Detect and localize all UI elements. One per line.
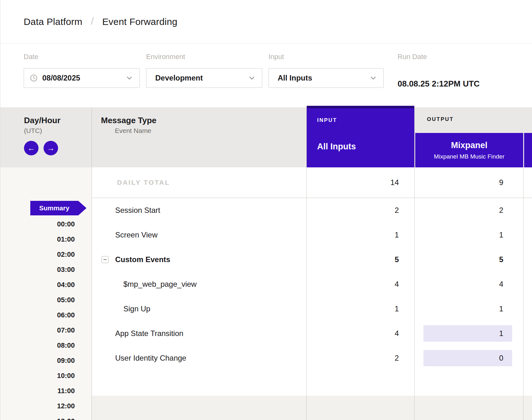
hour-row-label[interactable]: 00:00	[57, 221, 75, 228]
input-filter: Input All Inputs	[269, 53, 384, 107]
empty-area	[415, 396, 523, 420]
output-count: 2	[499, 206, 503, 215]
hour-row-label[interactable]: 11:00	[57, 387, 75, 394]
hour-row-label[interactable]: 03:00	[57, 266, 75, 273]
date-dropdown[interactable]: 08/08/2025	[24, 68, 140, 88]
input-section-label: INPUT	[317, 117, 414, 123]
hour-row-label[interactable]: 10:00	[57, 372, 75, 379]
arrow-right-icon: →	[47, 144, 55, 153]
hour-row-label[interactable]: 01:00	[57, 236, 75, 243]
event-name-subtitle: Event Name	[115, 127, 306, 135]
day-hour-sidebar: Summary 00:00 01:00 02:00 03:00 04:00 05…	[0, 167, 92, 420]
daily-total-row: DAILY TOTAL	[92, 167, 306, 198]
daily-total-output: 9	[499, 178, 503, 187]
filter-bar: Date 08/08/2025 Environment Development	[0, 44, 532, 107]
table-body: Summary 00:00 01:00 02:00 03:00 04:00 05…	[0, 167, 532, 420]
output-count: 1	[499, 329, 503, 338]
output-values-column: 9 2 1 5 4 1 1 0	[414, 167, 523, 420]
next-day-button[interactable]: →	[44, 141, 58, 155]
hour-row-label[interactable]: 08:00	[57, 342, 75, 349]
hour-row-label[interactable]: 04:00	[57, 281, 75, 288]
empty-area	[523, 396, 532, 420]
input-dropdown[interactable]: All Inputs	[269, 68, 384, 88]
next-output-column	[523, 167, 532, 420]
hour-row-label[interactable]: 05:00	[57, 297, 75, 303]
environment-dropdown[interactable]: Development	[146, 68, 262, 88]
table-row: $mp_web_page_view	[92, 272, 306, 297]
table-row: App State Transition	[92, 321, 306, 346]
date-filter: Date 08/08/2025	[24, 53, 140, 107]
row-name: App State Transition	[92, 329, 183, 338]
day-hour-title: Day/Hour	[24, 116, 92, 124]
page-title: Event Forwarding	[102, 16, 177, 27]
summary-tab[interactable]: Summary	[30, 201, 78, 215]
day-hour-timezone: (UTC)	[24, 127, 92, 135]
table-row: Screen View	[92, 223, 306, 247]
environment-value: Development	[155, 74, 203, 82]
output-destination-block: Mixpanel Mixpanel MB Music Finder	[415, 133, 523, 167]
summary-tab-label: Summary	[39, 204, 69, 212]
daily-total-input: 14	[390, 178, 399, 187]
row-name: Screen View	[92, 231, 157, 239]
output-connection-name: Mixpanel MB Music Finder	[415, 153, 523, 160]
daily-total-label: DAILY TOTAL	[92, 179, 170, 186]
hour-row-label[interactable]: 09:00	[57, 357, 75, 364]
previous-day-button[interactable]: ←	[24, 141, 38, 155]
collapse-icon[interactable]	[102, 256, 109, 263]
chevron-down-icon	[369, 74, 377, 82]
input-values-column: 14 2 1 5 4 1 4 2	[306, 167, 414, 420]
chevron-down-icon	[248, 74, 256, 82]
row-name: $mp_web_page_view	[92, 280, 197, 289]
table-row: 0	[415, 346, 523, 370]
output-column-header: OUTPUT Mixpanel Mixpanel MB Music Finder	[414, 107, 532, 167]
empty-area	[92, 396, 306, 420]
output-destination-name: Mixpanel	[415, 141, 523, 150]
hour-row-label[interactable]: 13:00	[57, 418, 75, 420]
run-date-label: Run Date	[398, 53, 480, 60]
output-count: 1	[499, 231, 503, 239]
input-count: 5	[395, 255, 399, 264]
row-name: Custom Events	[115, 255, 170, 264]
next-output-column-partial	[524, 133, 532, 167]
output-count: 5	[499, 255, 503, 264]
hour-row-label[interactable]: 07:00	[57, 327, 75, 334]
message-type-header: Message Type Event Name	[92, 107, 306, 167]
message-type-title: Message Type	[101, 116, 306, 124]
arrow-left-icon: ←	[27, 144, 35, 153]
input-count: 2	[395, 206, 399, 215]
day-hour-header: Day/Hour (UTC) ← →	[0, 107, 92, 167]
hour-row-label[interactable]: 02:00	[57, 251, 75, 258]
table-row: User Identity Change	[92, 346, 306, 370]
environment-filter: Environment Development	[146, 53, 262, 107]
event-forwarding-page: Data Platform / Event Forwarding Date 08…	[0, 0, 532, 420]
input-filter-label: Input	[269, 53, 384, 60]
message-type-column: DAILY TOTAL Session Start Screen View Cu…	[92, 167, 306, 420]
input-column-header: INPUT All Inputs	[306, 107, 414, 167]
empty-area	[307, 396, 414, 420]
input-count: 1	[395, 304, 399, 313]
output-section-label: OUTPUT	[415, 107, 532, 133]
table-row: Sign Up	[92, 297, 306, 321]
row-name: Sign Up	[92, 304, 150, 313]
breadcrumb-separator: /	[91, 15, 94, 27]
run-date-value: 08.08.25 2:12PM UTC	[398, 74, 480, 93]
date-filter-label: Date	[24, 53, 140, 60]
breadcrumb-section[interactable]: Data Platform	[24, 16, 82, 27]
output-count: 4	[499, 280, 503, 289]
row-name: User Identity Change	[92, 354, 186, 363]
date-value: 08/08/2025	[42, 74, 80, 82]
hour-row-label[interactable]: 06:00	[57, 312, 75, 319]
chevron-down-icon	[126, 74, 133, 82]
input-selection: All Inputs	[317, 142, 414, 151]
table-header: Day/Hour (UTC) ← → Message Type Event Na…	[0, 107, 532, 167]
run-date: Run Date 08.08.25 2:12PM UTC	[398, 53, 480, 107]
input-count: 1	[395, 231, 399, 239]
breadcrumb: Data Platform / Event Forwarding	[0, 0, 532, 44]
hour-row-label[interactable]: 12:00	[57, 403, 75, 410]
input-column-block: INPUT All Inputs	[307, 106, 414, 167]
output-count: 1	[499, 304, 503, 313]
table-row: Session Start	[92, 198, 306, 223]
environment-filter-label: Environment	[146, 53, 262, 60]
input-count: 2	[395, 354, 399, 363]
input-count: 4	[395, 280, 399, 289]
